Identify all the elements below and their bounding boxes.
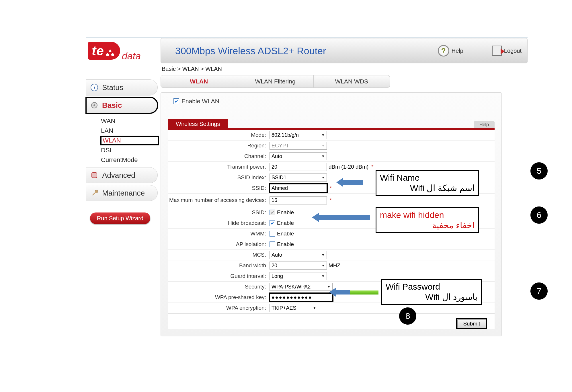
ssid-index-select[interactable]: SSID1▼ [270, 173, 327, 182]
brand-logo: te data [86, 38, 161, 63]
ssid-input[interactable] [270, 184, 327, 192]
nav-advanced[interactable]: Advanced [86, 167, 158, 183]
logout-button[interactable]: Logout [492, 46, 522, 56]
ssid-enable-label: SSID: [168, 209, 270, 216]
hide-broadcast-label: Hide broadcast: [168, 220, 270, 226]
info-icon: i [90, 83, 99, 92]
annotation-wifi-password-ar: باسورد ال Wifi [386, 292, 477, 302]
nav-sub-wan[interactable]: WAN [101, 117, 158, 125]
bandwidth-label: Band width [168, 262, 270, 269]
nav-status[interactable]: i Status [86, 79, 158, 95]
psk-label: WPA pre-shared key: [168, 294, 270, 301]
tab-wlan-wds[interactable]: WLAN WDS [314, 75, 390, 87]
breadcrumb: Basic > WLAN > WLAN [162, 66, 528, 72]
txpower-unit: dBm (1-20 dBm) [329, 164, 368, 170]
txpower-input[interactable] [270, 163, 327, 171]
ssid-enable-text: Enable [277, 209, 294, 216]
help-label: Help [452, 48, 463, 54]
wrench-icon [90, 189, 99, 197]
nav-basic[interactable]: Basic [86, 97, 158, 113]
enable-wlan-label: Enable WLAN [181, 98, 219, 105]
ssid-label: SSID: [168, 185, 270, 191]
nav-status-label: Status [102, 83, 123, 92]
page-title: 300Mbps Wireless ADSL2+ Router [175, 45, 429, 56]
nav-maintenance[interactable]: Maintenance [86, 185, 158, 201]
chevron-down-icon: ▼ [321, 144, 325, 148]
help-icon: ? [438, 45, 449, 56]
wireless-settings-tab: Wireless Settings [168, 119, 228, 129]
run-setup-wizard-button[interactable]: Run Setup Wizard [90, 212, 150, 224]
logout-label: Logout [504, 48, 522, 54]
svg-marker-0 [109, 49, 112, 52]
mcs-select[interactable]: Auto▼ [270, 251, 327, 259]
region-select[interactable]: EGYPT▼ [270, 142, 327, 150]
wmm-text: Enable [277, 231, 294, 237]
wmm-checkbox[interactable]: ✔ [270, 231, 275, 237]
step-bubble-7: 7 [530, 282, 548, 300]
svg-point-1 [106, 53, 109, 56]
annotation-wifi-name-ar: اسم شبكة ال Wifi [380, 183, 475, 193]
mode-label: Mode: [168, 132, 270, 138]
tabs: WLAN WLAN Filtering WLAN WDS [161, 75, 390, 88]
gear-icon [90, 101, 99, 110]
chevron-down-icon: ▼ [321, 133, 325, 137]
annotation-wifi-name: Wifi Name اسم شبكة ال Wifi [376, 170, 479, 196]
encryption-select[interactable]: TKIP+AES▼ [270, 304, 318, 312]
hide-broadcast-checkbox[interactable]: ✔ [270, 220, 275, 226]
annotation-wifi-password: Wifi Password باسورد ال Wifi [381, 279, 482, 305]
logo-dots-icon [105, 46, 115, 56]
step-bubble-6: 6 [530, 206, 548, 224]
annotation-hide-wifi-ar: اخفاء مخفية [380, 220, 475, 231]
left-column: te data i Status Basic WAN [86, 38, 161, 224]
submit-button[interactable]: Submit [457, 319, 486, 328]
tab-wlan-filtering[interactable]: WLAN Filtering [237, 75, 313, 87]
ssid-enable-checkbox[interactable]: ✔ [270, 210, 275, 215]
side-nav: i Status Basic WAN LAN WLAN DSL CurrentM… [86, 79, 161, 224]
svg-point-2 [111, 53, 114, 56]
max-devices-label: Maximum number of accessing devices: [168, 197, 270, 203]
chevron-down-icon: ▼ [313, 306, 316, 310]
logo-brand: te [92, 43, 104, 58]
panel-help-button[interactable]: Help [474, 121, 495, 129]
enable-wlan-checkbox[interactable]: ✔ [173, 98, 179, 104]
nav-sub-lan[interactable]: LAN [101, 126, 158, 135]
txpower-label: Transmit power: [168, 164, 270, 170]
encryption-label: WPA encryption: [168, 305, 270, 311]
mcs-label: MCS: [168, 252, 270, 258]
nav-sub-wlan[interactable]: WLAN [101, 136, 158, 145]
ap-isolation-checkbox[interactable]: ✔ [270, 241, 275, 247]
ap-isolation-label: AP isolation: [168, 241, 270, 247]
security-select[interactable]: WPA-PSK/WPA2▼ [270, 283, 333, 291]
nav-basic-label: Basic [102, 101, 122, 110]
wmm-label: WMM: [168, 231, 270, 237]
nav-basic-sub: WAN LAN WLAN DSL CurrentMode [86, 115, 161, 167]
logout-icon [492, 46, 502, 56]
wireless-panel-head: Wireless Settings Help [168, 119, 495, 129]
nav-advanced-label: Advanced [102, 171, 135, 180]
bar-accent [350, 290, 378, 295]
psk-input[interactable] [270, 293, 333, 301]
arrow-icon [335, 290, 350, 295]
annotation-hide-wifi-en: make wifi hidden [380, 210, 475, 220]
enable-wlan-row: ✔ Enable WLAN [173, 98, 495, 105]
guard-select[interactable]: Long▼ [270, 272, 327, 280]
annotation-wifi-name-en: Wifi Name [380, 173, 475, 183]
chevron-down-icon: ▼ [321, 274, 325, 278]
guard-label: Guard interval: [168, 273, 270, 279]
region-label: Region: [168, 143, 270, 149]
step-bubble-5: 5 [530, 162, 548, 180]
channel-select[interactable]: Auto▼ [270, 152, 327, 160]
ssid-index-label: SSID index: [168, 174, 270, 181]
tab-wlan[interactable]: WLAN [161, 75, 237, 87]
nav-sub-dsl[interactable]: DSL [101, 146, 158, 155]
mode-select[interactable]: 802.11b/g/n▼ [270, 131, 327, 139]
security-label: Security: [168, 284, 270, 290]
router-admin-window: te data i Status Basic WAN [86, 37, 528, 341]
help-button[interactable]: ? Help [438, 45, 463, 56]
nav-sub-currentmode[interactable]: CurrentMode [101, 156, 158, 164]
bandwidth-select[interactable]: 20▼ [270, 262, 327, 270]
max-devices-input[interactable] [270, 196, 327, 204]
hide-broadcast-text: Enable [277, 220, 294, 226]
step-bubble-8: 8 [399, 307, 416, 325]
chevron-down-icon: ▼ [321, 175, 325, 180]
